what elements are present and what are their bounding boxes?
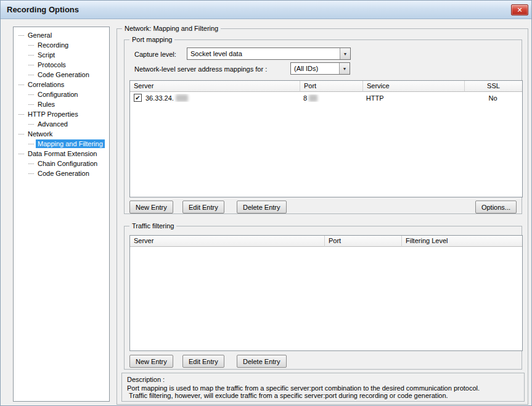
pm-options-button[interactable]: Options... [475,201,517,213]
tree-connector [28,144,34,144]
sidebar-item-code-generation[interactable]: Code Generation [14,70,109,80]
description-title: Description : [127,376,519,383]
dialog-body: General Recording Script Protocols Code … [1,19,531,405]
description-line-1: Port mapping is used to map the traffic … [127,384,519,392]
tree-connector [18,114,24,115]
sidebar-item-script[interactable]: Script [14,50,109,60]
sidebar-item-data-format-extension[interactable]: Data Format Extension [14,149,109,159]
pm-delete-entry-button[interactable]: Delete Entry [237,201,287,213]
address-mappings-value: (All IDs) [291,63,339,74]
column-header-server[interactable]: Server [130,236,325,247]
sidebar-item-http-properties[interactable]: HTTP Properties [14,109,109,119]
sidebar-item-recording[interactable]: Recording [14,40,109,50]
column-header-port[interactable]: Port [300,81,363,92]
tree-connector [18,154,24,154]
service-cell: HTTP [362,94,464,102]
column-header-ssl[interactable]: SSL [465,81,522,92]
tree-connector [18,134,24,135]
server-value: 36.33.24. [145,94,174,102]
network-mapping-filtering-group: Network: Mapping and Filtering Port mapp… [117,28,528,405]
capture-level-label: Capture level: [134,50,176,59]
close-button[interactable]: ✕ [511,4,528,15]
window-title: Recording Options [7,5,79,14]
tree-connector [28,164,34,164]
sidebar-item-chain-configuration[interactable]: Chain Configuration [14,159,109,168]
sidebar-item-configuration[interactable]: Configuration [14,89,109,99]
tf-new-entry-button[interactable]: New Entry [129,355,173,368]
tree-connector [28,173,34,174]
tf-edit-entry-button[interactable]: Edit Entry [182,355,224,368]
sidebar-item-advanced[interactable]: Advanced [14,119,109,129]
tree-connector [28,124,34,125]
description-group: Description : Port mapping is used to ma… [121,373,525,402]
capture-level-dropdown[interactable]: Socket level data ▼ [187,48,351,60]
capture-level-value: Socket level data [187,48,340,59]
description-line-2: Traffic filtering, however, will exclude… [127,392,519,399]
close-icon: ✕ [517,6,522,14]
pm-edit-entry-button[interactable]: Edit Entry [182,201,224,213]
checkbox-checked-icon: ✔ [135,94,140,101]
sidebar-item-protocols[interactable]: Protocols [14,60,109,70]
ssl-cell: No [464,94,522,102]
options-tree: General Recording Script Protocols Code … [13,27,110,402]
mappings-for-label: Network-level server address mappings fo… [134,65,267,73]
sidebar-item-code-generation-2[interactable]: Code Generation [14,168,109,178]
recording-options-dialog: Recording Options ✕ General Recording Sc… [0,0,532,406]
tree-connector [28,94,34,95]
column-header-port[interactable]: Port [325,236,402,247]
address-mappings-dropdown[interactable]: (All IDs) ▼ [290,62,350,75]
chevron-down-icon[interactable]: ▼ [340,48,350,59]
sidebar-item-general[interactable]: General [14,30,109,40]
sidebar-item-network[interactable]: Network [14,129,109,139]
traffic-filtering-group: Traffic filtering Server Port Filtering … [124,226,522,370]
sidebar-item-mapping-and-filtering[interactable]: Mapping and Filtering [14,139,109,149]
traffic-filtering-group-title: Traffic filtering [129,222,176,230]
redacted-server-blob [176,94,188,102]
chevron-down-icon[interactable]: ▼ [339,63,350,74]
traffic-filtering-table-header: Server Port Filtering Level [130,236,522,247]
outer-group-title: Network: Mapping and Filtering [122,24,221,33]
redacted-port-blob [309,94,317,102]
port-mapping-table[interactable]: Server Port Service SSL ✔ 36.33.24. 8 [129,80,523,197]
server-cell: ✔ 36.33.24. [130,94,300,102]
row-checkbox[interactable]: ✔ [134,94,142,102]
column-header-server[interactable]: Server [130,81,300,92]
port-mapping-group-title: Port mapping [129,35,174,44]
sidebar-item-rules[interactable]: Rules [14,99,109,109]
port-value: 8 [303,94,307,102]
port-mapping-group: Port mapping Capture level: Socket level… [124,39,522,214]
tree-connector [28,45,34,46]
pm-new-entry-button[interactable]: New Entry [129,201,173,213]
titlebar[interactable]: Recording Options ✕ [1,1,531,19]
tree-connector [18,35,24,36]
sidebar-item-correlations[interactable]: Correlations [14,80,109,89]
traffic-filtering-table[interactable]: Server Port Filtering Level [129,235,523,351]
tree-connector [18,85,24,85]
tree-connector [28,55,34,56]
tree-connector [28,75,34,75]
tree-connector [28,104,34,105]
column-header-filtering-level[interactable]: Filtering Level [402,236,522,247]
tree-connector [28,65,34,65]
port-cell: 8 [300,94,362,102]
table-row[interactable]: ✔ 36.33.24. 8 HTTP No [130,92,522,104]
column-header-service[interactable]: Service [363,81,465,92]
tf-delete-entry-button[interactable]: Delete Entry [237,355,287,368]
port-mapping-table-header: Server Port Service SSL [130,81,522,92]
